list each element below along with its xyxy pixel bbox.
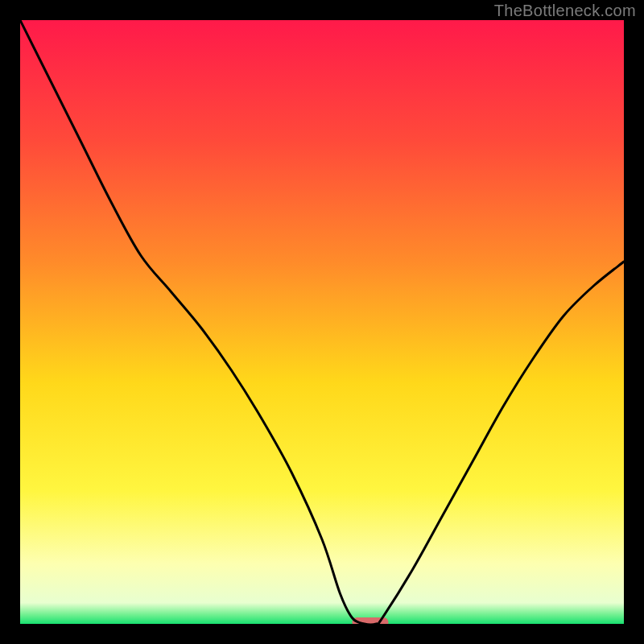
chart-frame: TheBottleneck.com	[0, 0, 644, 644]
chart-svg	[20, 20, 624, 624]
watermark-text: TheBottleneck.com	[494, 2, 636, 20]
gradient-background	[20, 20, 624, 624]
chart-plot-area	[20, 20, 624, 624]
